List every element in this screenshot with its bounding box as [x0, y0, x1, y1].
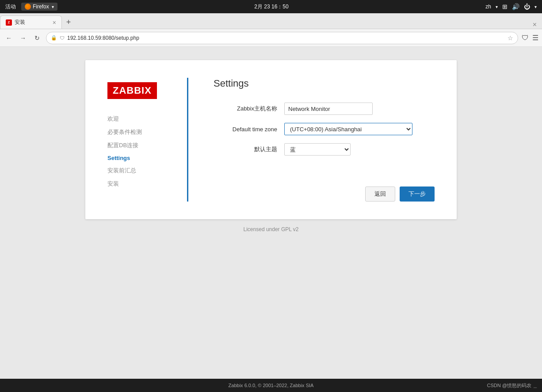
next-button[interactable]: 下一步 — [400, 186, 435, 202]
timezone-label: Default time zone — [214, 126, 284, 133]
lock-icon: 🔒 — [51, 35, 57, 41]
shield-check-icon: 🛡 — [522, 34, 529, 42]
theme-row: 默认主题 蓝 — [214, 143, 435, 156]
shield-icon: 🛡 — [60, 35, 65, 41]
sidebar-divider — [187, 78, 188, 202]
timezone-select[interactable]: (UTC+08:00) Asia/Shanghai — [284, 123, 412, 135]
volume-icon: 🔊 — [512, 3, 519, 10]
hostname-label: Zabbix主机名称 — [214, 105, 284, 113]
sidebar-item-welcome: 欢迎 — [107, 112, 183, 126]
firefox-icon — [25, 4, 31, 10]
bookmark-icon[interactable]: ☆ — [508, 34, 513, 42]
power-icon: ⏻ — [524, 3, 530, 10]
csdn-label: CSDN @愤怒的码农 ＿ — [487, 382, 538, 389]
settings-content: Settings Zabbix主机名称 Default time zone (U… — [196, 78, 435, 202]
card-inner: ZABBIX 欢迎 必要条件检测 配置DB连接 Settings 安装前汇总 安… — [107, 78, 435, 202]
menu-icon[interactable]: ☰ — [532, 34, 538, 42]
tab-bar: Z 安装 × + × — [0, 13, 542, 29]
button-row: 返回 下一步 — [214, 178, 435, 202]
taskbar-center: 2月 23 16：50 — [254, 3, 288, 11]
browser-tab-install[interactable]: Z 安装 × — [0, 15, 62, 29]
power-dropdown-icon[interactable]: ▾ — [534, 4, 537, 9]
zabbix-logo: ZABBIX — [107, 82, 157, 99]
url-bar[interactable]: 🔒 🛡 192.168.10.59:8080/setup.php ☆ — [46, 32, 518, 44]
taskbar-left: 活动 Firefox ▾ — [5, 3, 57, 11]
theme-label: 默认主题 — [214, 145, 284, 153]
tab-label: 安装 — [15, 19, 25, 26]
sidebar-item-settings: Settings — [107, 152, 183, 164]
tab-close-button[interactable]: × — [53, 19, 56, 26]
back-button[interactable]: 返回 — [365, 186, 395, 202]
taskbar-right: zh ▾ ⊞ 🔊 ⏻ ▾ — [485, 3, 537, 10]
firefox-dropdown-icon[interactable]: ▾ — [52, 4, 54, 9]
zabbix-favicon: Z — [6, 19, 12, 26]
network-icon: ⊞ — [502, 3, 508, 10]
settings-title: Settings — [214, 78, 435, 89]
tab-bar-end: × — [531, 21, 542, 29]
setup-sidebar: ZABBIX 欢迎 必要条件检测 配置DB连接 Settings 安装前汇总 安… — [107, 78, 196, 202]
timezone-row: Default time zone (UTC+08:00) Asia/Shang… — [214, 123, 435, 135]
sidebar-item-db: 配置DB连接 — [107, 139, 183, 152]
hostname-input[interactable] — [284, 103, 373, 115]
new-tab-button[interactable]: + — [62, 15, 75, 29]
sidebar-item-check: 必要条件检测 — [107, 126, 183, 139]
os-bottom-bar: Zabbix 6.0.0, © 2001–2022, Zabbix SIA CS… — [0, 379, 542, 392]
forward-button[interactable]: → — [18, 33, 28, 43]
firefox-label: Firefox — [33, 4, 49, 10]
clock-display: 2月 23 16：50 — [254, 3, 288, 11]
setup-card: ZABBIX 欢迎 必要条件检测 配置DB连接 Settings 安装前汇总 安… — [85, 60, 457, 219]
address-bar-right: 🛡 ☰ — [522, 34, 538, 42]
page-area: ZABBIX 欢迎 必要条件检测 配置DB连接 Settings 安装前汇总 安… — [0, 47, 542, 392]
language-indicator: zh — [485, 4, 491, 10]
activity-label: 活动 — [5, 3, 16, 11]
address-bar: ← → ↻ 🔒 🛡 192.168.10.59:8080/setup.php ☆… — [0, 29, 542, 47]
back-button[interactable]: ← — [4, 33, 14, 43]
os-taskbar: 活动 Firefox ▾ 2月 23 16：50 zh ▾ ⊞ 🔊 ⏻ ▾ — [0, 0, 542, 13]
footer-text: Licensed under GPL v2 — [244, 226, 299, 232]
bottom-right: CSDN @愤怒的码农 ＿ — [487, 379, 542, 392]
firefox-badge[interactable]: Firefox ▾ — [21, 3, 57, 11]
window-close-button[interactable]: × — [531, 21, 538, 29]
reload-button[interactable]: ↻ — [32, 33, 42, 43]
theme-select[interactable]: 蓝 — [284, 143, 351, 156]
hostname-row: Zabbix主机名称 — [214, 103, 435, 115]
sidebar-item-summary: 安装前汇总 — [107, 164, 183, 177]
bottom-copyright: Zabbix 6.0.0, © 2001–2022, Zabbix SIA — [229, 383, 314, 388]
url-text[interactable]: 192.168.10.59:8080/setup.php — [67, 35, 139, 41]
sidebar-item-install: 安装 — [107, 177, 183, 190]
lang-dropdown-icon[interactable]: ▾ — [496, 4, 498, 9]
